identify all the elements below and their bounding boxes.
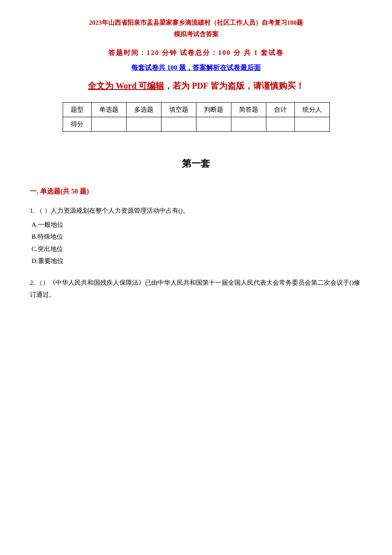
- cell-multi: [126, 117, 161, 132]
- title-line2: 模拟考试含答案: [30, 29, 362, 40]
- option-1d: D.重要地位: [32, 255, 362, 267]
- col-header-scorer: 统分人: [294, 103, 329, 117]
- option-1c: C.突出地位: [32, 243, 362, 255]
- question-1-text: 1. （ ）人力资源规划在整个人力资源管理活动中占有()。: [30, 205, 362, 217]
- col-header-fill: 填空题: [161, 103, 196, 117]
- col-header-short: 简答题: [231, 103, 266, 117]
- cell-judge: [196, 117, 231, 132]
- word-notice-part1: 全文为 Word 可编辑: [88, 81, 164, 90]
- set-title: 第一套: [30, 157, 362, 170]
- cell-fill: [161, 117, 196, 132]
- highlight-line: 每套试卷共 100 题，答案解析在试卷最后面: [30, 64, 362, 72]
- cell-total: [266, 117, 294, 132]
- question-1: 1. （ ）人力资源规划在整个人力资源管理活动中占有()。 A.一般地位 B.特…: [30, 205, 362, 267]
- row-label-score: 得分: [63, 117, 91, 132]
- title-line1: 2023年山西省阳泉市盂县梁家寨乡滴流碛村（社区工作人员）自考复习100题: [30, 17, 362, 29]
- question-2: 2. （）《中华人民共和国残疾人保障法》已由中华人民共和国第十一届全国人民代表大…: [30, 277, 362, 301]
- col-header-total: 合计: [266, 103, 294, 117]
- cell-short: [231, 117, 266, 132]
- cell-scorer: [294, 117, 329, 132]
- option-1b: B.特殊地位: [32, 231, 362, 243]
- col-header-type: 题型: [63, 103, 91, 117]
- section-title: 一. 单选题(共 50 题): [30, 187, 362, 196]
- cell-single: [91, 117, 126, 132]
- page-title: 2023年山西省阳泉市盂县梁家寨乡滴流碛村（社区工作人员）自考复习100题 模拟…: [30, 17, 362, 40]
- word-notice-part2: ，若为 PDF 皆为盗版，请谨慎购买！: [164, 81, 304, 90]
- question-2-text: 2. （）《中华人民共和国残疾人保障法》已由中华人民共和国第十一届全国人民代表大…: [30, 277, 362, 301]
- exam-info: 答题时间：120 分钟 试卷总分：100 分 共 1 套试卷: [30, 49, 362, 58]
- col-header-judge: 判断题: [196, 103, 231, 117]
- word-notice: 全文为 Word 可编辑，若为 PDF 皆为盗版，请谨慎购买！: [30, 78, 362, 93]
- option-1a: A.一般地位: [32, 219, 362, 231]
- score-table-wrap: 题型 单选题 多选题 填空题 判断题 简答题 合计 统分人 得分: [30, 102, 362, 132]
- col-header-single: 单选题: [91, 103, 126, 117]
- col-header-multi: 多选题: [126, 103, 161, 117]
- score-table: 题型 单选题 多选题 填空题 判断题 简答题 合计 统分人 得分: [63, 102, 330, 132]
